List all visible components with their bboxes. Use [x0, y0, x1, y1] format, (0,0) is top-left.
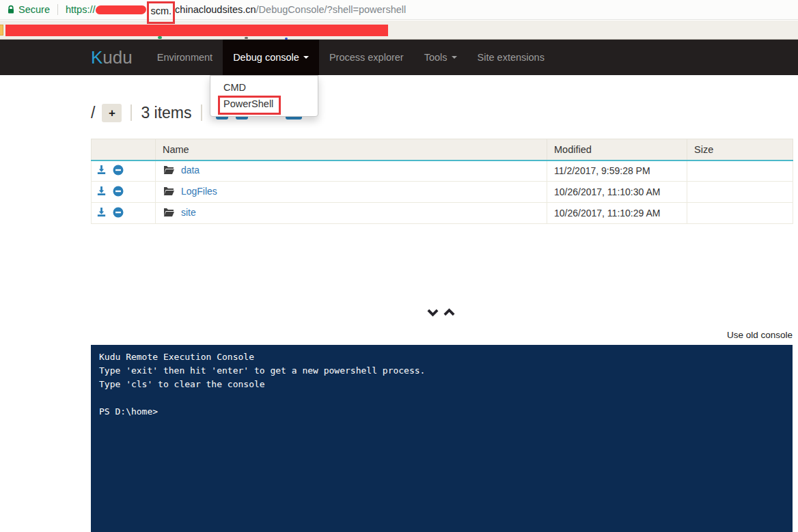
download-icon[interactable]	[96, 186, 107, 198]
security-chip: Secure	[7, 4, 50, 15]
divider	[201, 104, 202, 121]
delete-icon[interactable]	[113, 207, 124, 220]
delete-icon[interactable]	[113, 165, 124, 178]
redaction-scribble-host	[96, 5, 147, 14]
size-cell	[687, 182, 793, 203]
download-icon[interactable]	[96, 165, 107, 177]
powershell-console[interactable]: Kudu Remote Execution Console Type 'exit…	[91, 345, 793, 532]
folder-icon	[163, 186, 174, 198]
kudu-logo[interactable]: Kudu	[91, 40, 133, 75]
url-path: /DebugConsole/?shell=powershell	[256, 4, 407, 15]
chevron-down-icon[interactable]	[426, 307, 439, 318]
download-icon[interactable]	[96, 207, 107, 219]
size-cell	[687, 203, 793, 224]
nav-item-environment[interactable]: Environment	[147, 40, 223, 75]
folder-icon	[163, 165, 174, 177]
file-link[interactable]: LogFiles	[181, 186, 217, 197]
file-link[interactable]: data	[181, 165, 200, 176]
modified-cell: 10/26/2017, 11:10:29 AM	[547, 203, 687, 224]
table-row: data 11/2/2017, 9:59:28 PM	[92, 160, 793, 182]
caret-down-icon	[303, 56, 309, 59]
chevron-up-icon[interactable]	[443, 307, 456, 318]
modified-cell: 11/2/2017, 9:59:28 PM	[547, 160, 687, 182]
use-old-console-link[interactable]: Use old console	[727, 330, 793, 340]
dropdown-item-cmd[interactable]: CMD	[210, 79, 318, 96]
console-line: Type 'exit' then hit 'enter' to get a ne…	[99, 364, 784, 378]
address-bar-divider	[57, 4, 58, 15]
item-count: 3 items	[141, 104, 191, 122]
redaction-remnant	[245, 37, 248, 39]
nav-item-site-extensions[interactable]: Site extensions	[467, 40, 555, 75]
breadcrumb-root[interactable]: /	[91, 104, 95, 122]
col-header-name: Name	[156, 139, 547, 160]
console-prompt: PS D:\home>	[99, 405, 784, 419]
bookmark-icon-partial	[0, 25, 3, 36]
kudu-logo-rest: udu	[102, 47, 132, 68]
lock-icon	[7, 5, 15, 14]
size-cell	[687, 160, 793, 182]
table-row: LogFiles 10/26/2017, 11:10:30 AM	[92, 182, 793, 203]
bookmarks-bar	[0, 20, 798, 40]
folder-icon	[163, 208, 174, 219]
url-scheme: https://	[66, 4, 96, 15]
kudu-navbar: Kudu Environment Debug console Process e…	[0, 40, 798, 75]
redaction-bar-bookmarks	[5, 25, 388, 36]
annotation-box-scm: scm.	[147, 1, 175, 24]
delete-icon[interactable]	[113, 186, 124, 199]
col-header-size: Size	[687, 139, 793, 160]
console-line	[99, 391, 784, 405]
divider	[130, 104, 132, 121]
table-header-row: Name Modified Size	[92, 139, 793, 160]
file-link[interactable]: site	[181, 207, 196, 218]
browser-address-bar[interactable]: Secure https:// scm. chinacloudsites.cn …	[0, 0, 798, 20]
console-line: Kudu Remote Execution Console	[99, 350, 784, 364]
col-header-modified: Modified	[547, 139, 687, 160]
redaction-remnant	[158, 36, 162, 39]
nav-item-process-explorer[interactable]: Process explorer	[319, 40, 414, 75]
add-item-button[interactable]: +	[102, 104, 122, 122]
table-row: site 10/26/2017, 11:10:29 AM	[92, 203, 793, 224]
console-line: Type 'cls' to clear the console	[99, 378, 784, 391]
url-text[interactable]: https:// scm. chinacloudsites.cn /DebugC…	[66, 0, 406, 21]
annotation-box-powershell	[218, 96, 281, 115]
url-host: chinacloudsites.cn	[175, 4, 256, 15]
breadcrumb-row: / + 3 items	[91, 100, 211, 125]
console-resize-handles	[426, 307, 456, 318]
modified-cell: 10/26/2017, 11:10:30 AM	[547, 182, 687, 203]
nav-item-debug-console[interactable]: Debug console	[223, 40, 319, 75]
caret-down-icon	[452, 56, 457, 59]
security-label: Secure	[18, 4, 50, 15]
kudu-logo-k: K	[91, 47, 102, 68]
screen: Secure https:// scm. chinacloudsites.cn …	[0, 0, 798, 532]
col-header-actions	[92, 139, 156, 160]
nav-item-tools[interactable]: Tools	[414, 40, 467, 75]
file-table: Name Modified Size	[91, 139, 793, 224]
